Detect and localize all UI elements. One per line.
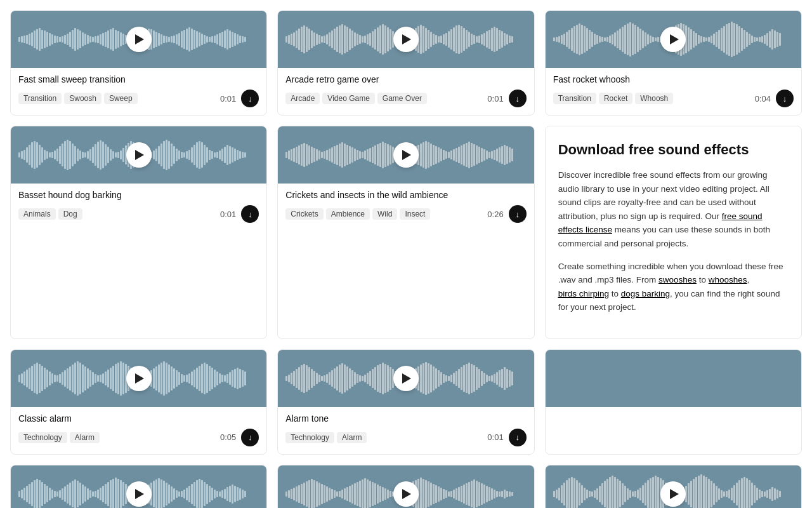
card-body: Basset hound dog barking AnimalsDog 0:01… — [11, 184, 266, 231]
svg-rect-441 — [491, 151, 493, 159]
sound-title: Crickets and insects in the wild ambienc… — [285, 190, 526, 200]
svg-rect-527 — [214, 370, 216, 387]
svg-rect-417 — [430, 144, 432, 166]
svg-rect-733 — [318, 483, 320, 505]
svg-rect-878 — [726, 491, 728, 497]
play-button[interactable] — [393, 366, 419, 391]
tag[interactable]: Alarm — [337, 432, 367, 443]
svg-rect-208 — [624, 25, 626, 54]
svg-rect-423 — [445, 151, 447, 159]
svg-rect-218 — [650, 36, 652, 43]
svg-rect-819 — [576, 480, 578, 508]
svg-rect-17 — [62, 36, 63, 43]
birds-chirping-link[interactable]: birds chirping — [558, 289, 609, 298]
tag[interactable]: Dog — [58, 208, 82, 220]
download-button[interactable]: ↓ — [776, 90, 794, 107]
download-button[interactable]: ↓ — [241, 205, 259, 223]
svg-rect-353 — [229, 146, 231, 164]
svg-rect-216 — [645, 32, 646, 46]
tag[interactable]: Technology — [285, 432, 334, 443]
swooshes-link[interactable]: swooshes — [658, 275, 697, 284]
svg-rect-161 — [466, 30, 468, 49]
tag[interactable]: Animals — [18, 208, 56, 220]
svg-rect-897 — [774, 488, 776, 500]
svg-rect-421 — [440, 149, 442, 161]
tag[interactable]: Game Over — [377, 93, 427, 104]
sound-card-retro-game-notification: Retro game notification WinVideo GameArc… — [10, 465, 267, 508]
download-button[interactable]: ↓ — [509, 205, 527, 223]
tag[interactable]: Transition — [18, 93, 62, 104]
svg-rect-729 — [308, 480, 310, 508]
tag[interactable]: Insect — [400, 208, 430, 220]
svg-rect-200 — [604, 37, 606, 41]
svg-rect-845 — [642, 485, 644, 503]
play-button[interactable] — [126, 481, 152, 507]
svg-rect-452 — [23, 371, 25, 385]
svg-rect-198 — [599, 36, 601, 43]
play-button[interactable] — [126, 27, 152, 52]
svg-rect-342 — [201, 142, 203, 168]
svg-rect-581 — [390, 367, 391, 390]
svg-rect-158 — [458, 25, 460, 54]
svg-rect-784 — [448, 491, 450, 497]
svg-rect-58 — [166, 36, 167, 43]
info-paragraph-2: Create something incredible when you dow… — [558, 260, 789, 314]
free-license-link[interactable]: free sound effects license — [558, 211, 763, 235]
svg-rect-382 — [341, 142, 343, 168]
download-button[interactable]: ↓ — [241, 429, 259, 446]
svg-rect-56 — [160, 34, 162, 44]
svg-rect-451 — [21, 373, 23, 384]
whooshes-link[interactable]: whooshes — [709, 275, 747, 284]
download-button[interactable]: ↓ — [241, 90, 259, 107]
svg-rect-460 — [44, 368, 46, 389]
svg-rect-332 — [176, 149, 178, 161]
download-button[interactable]: ↓ — [509, 90, 527, 107]
play-button[interactable] — [393, 481, 419, 507]
tag[interactable]: Arcade — [285, 93, 320, 104]
svg-rect-152 — [443, 34, 445, 44]
svg-rect-121 — [364, 36, 366, 43]
svg-rect-612 — [468, 363, 470, 394]
svg-rect-155 — [450, 29, 452, 50]
play-button[interactable] — [126, 142, 152, 168]
svg-rect-524 — [206, 364, 208, 393]
tag[interactable]: Sweep — [104, 93, 138, 104]
svg-rect-638 — [39, 480, 41, 508]
tag[interactable]: Whoosh — [635, 93, 673, 104]
svg-rect-242 — [710, 36, 712, 43]
svg-rect-790 — [463, 485, 465, 504]
svg-rect-116 — [351, 30, 353, 48]
svg-rect-260 — [756, 37, 758, 41]
svg-rect-783 — [445, 490, 447, 498]
svg-rect-541 — [288, 375, 290, 382]
tag[interactable]: Transition — [553, 93, 596, 104]
play-button[interactable] — [660, 481, 686, 507]
svg-rect-534 — [232, 370, 233, 387]
svg-rect-700 — [196, 480, 198, 508]
svg-rect-331 — [173, 146, 175, 164]
svg-rect-310 — [120, 150, 122, 159]
play-button[interactable] — [126, 366, 152, 391]
tag[interactable]: Video Game — [322, 93, 375, 104]
svg-rect-156 — [453, 27, 455, 51]
tag[interactable]: Alarm — [70, 432, 100, 443]
tag[interactable]: Rocket — [599, 93, 632, 104]
svg-rect-0 — [18, 37, 20, 42]
svg-rect-202 — [609, 36, 611, 43]
svg-rect-413 — [420, 144, 422, 166]
play-button[interactable] — [393, 27, 419, 52]
download-button[interactable]: ↓ — [509, 429, 527, 446]
svg-rect-829 — [601, 483, 603, 505]
tag[interactable]: Technology — [18, 432, 67, 443]
svg-rect-606 — [453, 373, 455, 384]
play-button[interactable] — [393, 142, 419, 168]
dogs-barking-link[interactable]: dogs barking — [621, 289, 670, 298]
tag[interactable]: Ambience — [326, 208, 370, 220]
tag[interactable]: Wild — [372, 208, 397, 220]
svg-rect-360 — [285, 152, 287, 158]
tag[interactable]: Swoosh — [64, 93, 102, 104]
sound-title: Fast rocket whoosh — [553, 74, 794, 84]
svg-rect-293 — [77, 149, 79, 161]
tag[interactable]: Crickets — [285, 208, 323, 220]
svg-rect-86 — [237, 34, 239, 44]
